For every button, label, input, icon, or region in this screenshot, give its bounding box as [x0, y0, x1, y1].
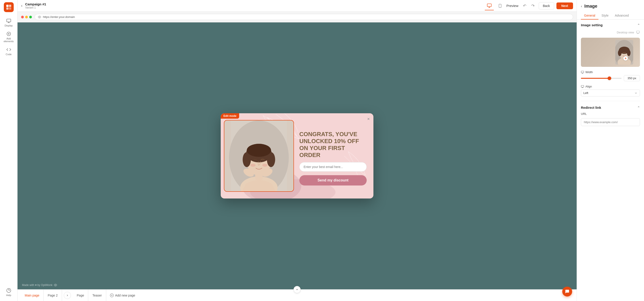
width-label: Width [581, 70, 640, 74]
top-right-actions: ↶ ↷ Back Next [521, 2, 573, 9]
svg-rect-0 [6, 5, 8, 7]
app-logo [4, 2, 14, 12]
chat-icon [565, 289, 570, 294]
width-slider-thumb[interactable] [608, 76, 611, 80]
eye-watermark-icon [54, 284, 57, 287]
tab-main-page[interactable]: Main page [21, 290, 44, 301]
sidebar-item-help[interactable]: Help [0, 286, 17, 299]
tab-next-arrow[interactable] [64, 292, 71, 299]
address-bar[interactable]: https://enter.your.domain [34, 14, 573, 20]
address-text: https://enter.your.domain [43, 15, 75, 19]
dot-yellow [25, 16, 28, 18]
browser-chrome: https://enter.your.domain [18, 12, 577, 22]
width-text: Width [586, 70, 593, 74]
svg-rect-1 [9, 5, 11, 7]
svg-rect-2 [6, 7, 8, 10]
tab-main-page-label: Main page [25, 294, 39, 297]
tab-teaser-label: Teaser [92, 294, 102, 297]
popup-image-box[interactable] [224, 120, 294, 192]
sidebar-item-code[interactable]: Code [0, 45, 17, 58]
tab-general[interactable]: General [581, 12, 598, 19]
chevron-up-button[interactable] [294, 286, 301, 293]
next-button[interactable]: Next [556, 2, 573, 9]
campaign-info: Campaign #1 Variant 1 [25, 2, 482, 9]
dot-red [21, 16, 24, 18]
code-icon [6, 47, 11, 52]
url-label: URL [581, 112, 640, 115]
tab-style-label: Style [602, 14, 608, 17]
align-label: Align [581, 85, 640, 88]
width-slider-track[interactable] [581, 78, 622, 79]
width-slider-fill [581, 78, 610, 79]
tab-page2-label: Page 2 [48, 294, 58, 297]
desktop-view-row: Desktop view [581, 30, 640, 34]
popup-email-input[interactable] [299, 162, 367, 172]
undo-redo-group: ↶ ↷ [521, 2, 536, 9]
popup-left: Edit mode [221, 113, 297, 199]
back-button[interactable]: Back [539, 2, 554, 9]
tab-page2[interactable]: Page 2 [44, 290, 62, 301]
sidebar-item-add-elements[interactable]: Add elements [0, 29, 17, 45]
align-select[interactable]: Left [581, 89, 640, 96]
tab-advanced[interactable]: Advanced [612, 12, 632, 19]
image-preview-box[interactable]: + [581, 38, 640, 67]
panel-content: Image setting ⌃ Desktop view [577, 19, 644, 130]
redo-button[interactable]: ↷ [530, 2, 536, 9]
popup-close-button[interactable]: × [367, 116, 370, 122]
image-setting-chevron[interactable]: ⌃ [637, 23, 640, 27]
preview-label: Preview [506, 4, 518, 8]
code-label: Code [6, 53, 12, 56]
add-elements-label: Add elements [1, 37, 16, 43]
canvas-area: https://enter.your.domain [18, 12, 577, 301]
add-page-label: Add new page [115, 294, 136, 297]
redirect-link-section-header: Redirect link ⌃ [581, 106, 640, 109]
desktop-device-btn[interactable] [485, 1, 494, 10]
chat-bubble-button[interactable] [562, 287, 572, 297]
url-label-text: URL [581, 112, 587, 115]
add-page-button[interactable]: Add new page [106, 293, 139, 298]
mobile-device-btn[interactable] [496, 1, 504, 10]
align-icon [581, 85, 584, 88]
width-value[interactable]: 350 px [624, 75, 640, 81]
panel-tabs: General Style Advanced [577, 12, 644, 19]
panel-title: Image [584, 3, 597, 9]
monitor-icon [636, 30, 640, 34]
undo-button[interactable]: ↶ [521, 2, 528, 9]
woman-illustration [224, 120, 294, 191]
tab-page3-label: Page [77, 294, 84, 297]
tab-teaser[interactable]: Teaser [88, 290, 106, 301]
desktop-icon [487, 3, 492, 8]
sidebar-item-display[interactable]: Display [0, 16, 17, 29]
chevron-up-icon [296, 288, 299, 291]
svg-point-47 [627, 50, 630, 56]
campaign-title: Campaign #1 [25, 2, 482, 6]
panel-header: ‹ Image [577, 0, 644, 9]
redirect-link-chevron[interactable]: ⌃ [637, 106, 640, 109]
tab-advanced-label: Advanced [615, 14, 629, 17]
popup-cta-button[interactable]: Send my discount [299, 175, 367, 186]
svg-rect-3 [9, 7, 11, 10]
svg-point-10 [6, 289, 10, 293]
campaign-subtitle: Variant 1 [25, 6, 482, 9]
svg-rect-12 [487, 3, 491, 6]
svg-point-46 [618, 50, 622, 56]
tab-page3[interactable]: Page [73, 290, 88, 301]
svg-point-28 [247, 144, 271, 157]
eye-icon [38, 15, 41, 19]
right-panel: ‹ Image General Style Advanced Image set… [577, 0, 644, 301]
help-label: Help [6, 294, 11, 297]
logo-icon [6, 4, 12, 10]
left-sidebar: Display Add elements Code Help [0, 0, 18, 301]
svg-rect-51 [581, 85, 584, 87]
panel-back-arrow[interactable]: ‹ [581, 4, 582, 8]
url-input[interactable] [581, 118, 640, 126]
add-image-button[interactable]: + [623, 56, 628, 60]
mobile-icon [498, 3, 502, 8]
popup: Edit mode [221, 113, 374, 199]
width-slider-row: 350 px [581, 75, 640, 81]
add-circle-icon [110, 293, 114, 298]
display-label: Display [4, 24, 12, 27]
chevron-down-icon [634, 91, 638, 95]
campaign-back-arrow[interactable]: ‹ [21, 3, 22, 8]
tab-style[interactable]: Style [598, 12, 612, 19]
